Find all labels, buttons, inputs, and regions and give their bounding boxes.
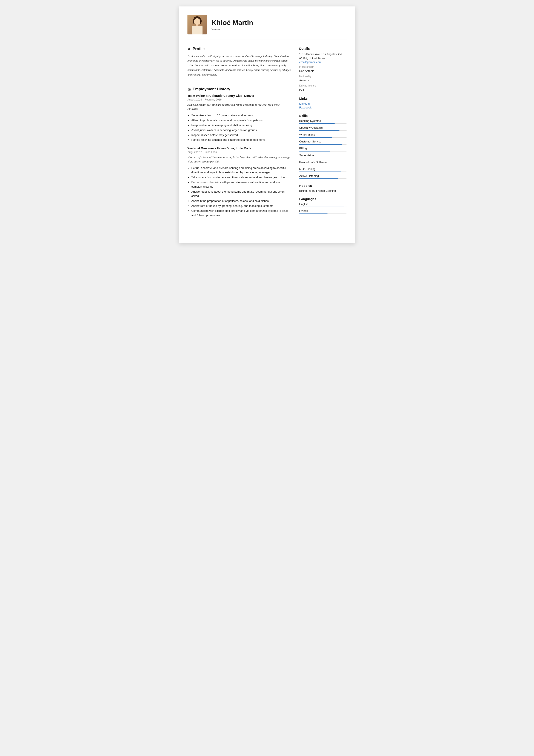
skill-name: Active Listening <box>299 174 346 177</box>
job-bullets-2: Set up, decorate, and prepare serving an… <box>188 166 291 218</box>
skill-bar-bg <box>299 178 346 179</box>
skill-name: Multi-Tasking <box>299 167 346 171</box>
skill-bar-fill <box>299 137 332 138</box>
svg-point-5 <box>199 18 202 24</box>
driving-license-value: Full <box>299 88 346 92</box>
header-info: Khloé Martin Waiter <box>212 19 346 31</box>
language-name: English <box>299 202 346 206</box>
job-dates-1: August 2016 – February 2019 <box>188 98 291 101</box>
skills-section-title: Skills <box>299 114 346 118</box>
nationality-label: Nationality <box>299 75 346 78</box>
svg-rect-8 <box>196 24 198 27</box>
skill-bar-bg <box>299 137 346 138</box>
list-item: Supervise a team of 30 junior waiters an… <box>191 113 291 118</box>
language-name: French <box>299 209 346 213</box>
left-column: Profile Dedicated waiter with eight year… <box>188 47 291 232</box>
facebook-link[interactable]: Facebook <box>299 106 346 109</box>
employment-section-title: Employment History <box>188 87 291 92</box>
main-content: Profile Dedicated waiter with eight year… <box>188 47 346 232</box>
job-title-2: Waiter at Giovanni's Italian Diner, Litt… <box>188 147 291 150</box>
linkedin-link[interactable]: Linkedin <box>299 102 346 105</box>
language-bar-fill <box>299 206 344 207</box>
hobbies-section: Hobbies Biking, Yoga, French Cooking <box>299 184 346 192</box>
skill-name: Booking Systems <box>299 119 346 122</box>
avatar <box>188 15 207 35</box>
languages-list: English French <box>299 202 346 214</box>
list-item: Assist junior waiters in servicing large… <box>191 128 291 133</box>
skill-bar-fill <box>299 158 337 158</box>
details-email: email@email.com <box>299 61 346 64</box>
profile-section-title: Profile <box>188 47 291 51</box>
skill-bar-fill <box>299 151 330 151</box>
skill-item: Multi-Tasking <box>299 167 346 172</box>
employment-icon <box>188 88 191 91</box>
svg-rect-7 <box>193 27 201 32</box>
job-dates-2: August 2012 – June 2016 <box>188 151 291 154</box>
skill-name: Specialty Cocktails <box>299 126 346 129</box>
skill-name: Supervision <box>299 154 346 157</box>
list-item: Handle finishing touches and elaborate p… <box>191 138 291 142</box>
job-entry-1: Team Waiter at Colorado Country Club, De… <box>188 94 291 142</box>
skill-bar-bg <box>299 172 346 172</box>
skill-bar-bg <box>299 165 346 165</box>
job-summary-1: Achieved county-best culinary satisfacti… <box>188 103 291 111</box>
skill-name: Wine Pairing <box>299 133 346 136</box>
svg-point-4 <box>192 18 195 24</box>
profile-icon <box>188 47 191 51</box>
hobbies-section-title: Hobbies <box>299 184 346 187</box>
details-section: Details 1515 Pacific Ave, Los Angeles, C… <box>299 47 346 92</box>
resume-container: Khloé Martin Waiter Profile Dedicated wa <box>179 7 355 243</box>
skill-item: Wine Pairing <box>299 133 346 138</box>
skill-item: Supervision <box>299 154 346 158</box>
driving-license-label: Driving license <box>299 84 346 87</box>
skill-bar-fill <box>299 172 341 172</box>
candidate-name: Khloé Martin <box>212 19 346 27</box>
links-section-title: Links <box>299 96 346 100</box>
employment-section: Employment History Team Waiter at Colora… <box>188 87 291 218</box>
skill-name: Billing <box>299 147 346 150</box>
skill-item: Point of Sale Software <box>299 161 346 165</box>
place-of-birth-value: San Antonio <box>299 69 346 73</box>
skill-item: Billing <box>299 147 346 151</box>
skill-name: Customer Service <box>299 140 346 143</box>
svg-point-3 <box>194 16 201 21</box>
job-bullets-1: Supervise a team of 30 junior waiters an… <box>188 113 291 142</box>
skill-bar-bg <box>299 123 346 124</box>
hobbies-text: Biking, Yoga, French Cooking <box>299 189 346 192</box>
nationality-value: American <box>299 78 346 83</box>
details-section-title: Details <box>299 47 346 50</box>
profile-text: Dedicated waiter with eight years servic… <box>188 54 291 77</box>
profile-section: Profile Dedicated waiter with eight year… <box>188 47 291 77</box>
list-item: Answer questions about the menu items an… <box>191 190 291 199</box>
language-bar-bg <box>299 206 346 207</box>
language-bar-fill <box>299 213 328 214</box>
place-of-birth-label: Place of birth <box>299 66 346 68</box>
avatar-image <box>188 15 207 35</box>
list-item: Attend to problematic issues and complai… <box>191 118 291 123</box>
list-item: Communicate with kitchen staff directly … <box>191 209 291 218</box>
skill-item: Specialty Cocktails <box>299 126 346 131</box>
languages-section-title: Languages <box>299 197 346 201</box>
skill-bar-fill <box>299 165 333 165</box>
svg-point-9 <box>189 47 190 49</box>
skill-item: Active Listening <box>299 174 346 179</box>
candidate-title: Waiter <box>212 28 346 31</box>
skill-bar-fill <box>299 178 338 179</box>
language-item: French <box>299 209 346 214</box>
skill-bar-bg <box>299 144 346 145</box>
list-item: Assist front-of-house by greeting, seati… <box>191 204 291 208</box>
language-bar-bg <box>299 213 346 214</box>
details-address: 1515 Pacific Ave, Los Angeles, CA 90291,… <box>299 52 346 61</box>
language-item: English <box>299 202 346 207</box>
job-summary-2: Was part of a team of 6 waiters working … <box>188 155 291 164</box>
skill-bar-bg <box>299 158 346 158</box>
list-item: Take orders from customers and timeously… <box>191 175 291 180</box>
skill-name: Point of Sale Software <box>299 161 346 164</box>
list-item: Assist in the preparation of appetizers,… <box>191 199 291 203</box>
right-column: Details 1515 Pacific Ave, Los Angeles, C… <box>299 47 346 232</box>
skill-bar-bg <box>299 151 346 151</box>
svg-rect-11 <box>189 89 190 90</box>
skills-list: Booking Systems Specialty Cocktails Wine… <box>299 119 346 179</box>
skill-bar-fill <box>299 130 340 131</box>
languages-section: Languages English French <box>299 197 346 214</box>
